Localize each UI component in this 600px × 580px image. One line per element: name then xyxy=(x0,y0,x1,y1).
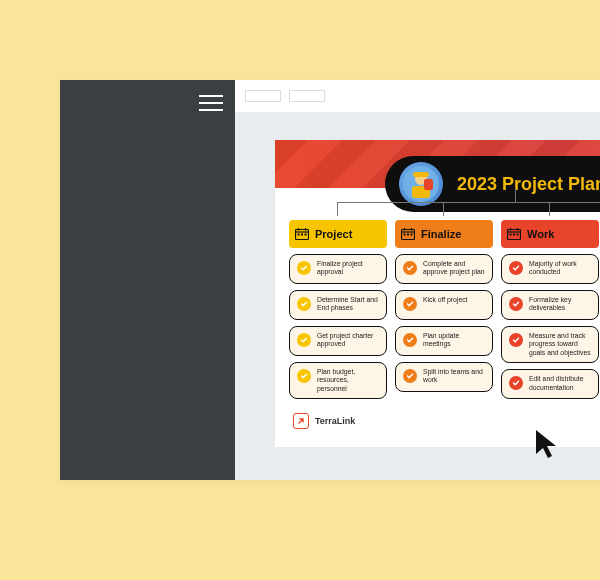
toolbar-control[interactable] xyxy=(289,90,325,102)
check-icon xyxy=(509,297,523,311)
check-icon xyxy=(297,261,311,275)
task-text: Finalize project approval xyxy=(317,260,379,277)
svg-rect-3 xyxy=(413,172,429,177)
columns: ProjectFinalize project approvalDetermin… xyxy=(275,220,600,399)
check-icon xyxy=(509,376,523,390)
task-card[interactable]: Majority of work conducted xyxy=(501,254,599,284)
task-card[interactable]: Plan update meetings xyxy=(395,326,493,356)
calendar-icon xyxy=(507,228,521,240)
canvas-document[interactable]: 2023 Project Planning ProjectFinalize pr… xyxy=(275,140,600,447)
task-text: Get project charter approved xyxy=(317,332,379,349)
check-icon xyxy=(403,369,417,383)
task-card[interactable]: Kick off project xyxy=(395,290,493,320)
check-icon xyxy=(403,333,417,347)
column-label: Work xyxy=(527,228,554,240)
canvas-area[interactable]: 2023 Project Planning ProjectFinalize pr… xyxy=(235,112,600,480)
task-text: Complete and approve project plan xyxy=(423,260,485,277)
svg-rect-25 xyxy=(517,234,519,236)
task-text: Plan update meetings xyxy=(423,332,485,349)
svg-rect-11 xyxy=(305,234,307,236)
brand-icon xyxy=(293,413,309,429)
task-text: Edit and distribute documentation xyxy=(529,375,591,392)
task-card[interactable]: Plan budget, resources, personnel xyxy=(289,362,387,399)
column-header[interactable]: Work xyxy=(501,220,599,248)
svg-rect-23 xyxy=(510,234,512,236)
task-card[interactable]: Complete and approve project plan xyxy=(395,254,493,284)
task-text: Kick off project xyxy=(423,296,467,304)
task-text: Determine Start and End phases xyxy=(317,296,379,313)
main-area: 2023 Project Planning ProjectFinalize pr… xyxy=(235,80,600,480)
check-icon xyxy=(509,261,523,275)
svg-rect-18 xyxy=(411,234,413,236)
calendar-icon xyxy=(401,228,415,240)
column-label: Finalize xyxy=(421,228,461,240)
column: WorkMajority of work conductedFormalize … xyxy=(501,220,599,399)
tree-connector xyxy=(275,188,600,220)
task-card[interactable]: Finalize project approval xyxy=(289,254,387,284)
svg-rect-10 xyxy=(301,234,303,236)
check-icon xyxy=(403,297,417,311)
column-label: Project xyxy=(315,228,352,240)
task-text: Plan budget, resources, personnel xyxy=(317,368,379,393)
check-icon xyxy=(403,261,417,275)
brand: TerraLink xyxy=(293,413,600,429)
sidebar xyxy=(60,80,235,480)
column: ProjectFinalize project approvalDetermin… xyxy=(289,220,387,399)
task-card[interactable]: Edit and distribute documentation xyxy=(501,369,599,399)
svg-rect-24 xyxy=(513,234,515,236)
task-card[interactable]: Split into teams and work xyxy=(395,362,493,392)
column: FinalizeComplete and approve project pla… xyxy=(395,220,493,399)
check-icon xyxy=(509,333,523,347)
task-card[interactable]: Get project charter approved xyxy=(289,326,387,356)
check-icon xyxy=(297,333,311,347)
task-text: Measure and track progress toward goals … xyxy=(529,332,591,357)
check-icon xyxy=(297,297,311,311)
task-text: Split into teams and work xyxy=(423,368,485,385)
task-card[interactable]: Measure and track progress toward goals … xyxy=(501,326,599,363)
svg-rect-17 xyxy=(407,234,409,236)
svg-rect-16 xyxy=(404,234,406,236)
column-header[interactable]: Finalize xyxy=(395,220,493,248)
task-text: Majority of work conducted xyxy=(529,260,591,277)
check-icon xyxy=(297,369,311,383)
toolbar-control[interactable] xyxy=(245,90,281,102)
task-card[interactable]: Determine Start and End phases xyxy=(289,290,387,320)
app-window: 2023 Project Planning ProjectFinalize pr… xyxy=(60,80,600,480)
column-header[interactable]: Project xyxy=(289,220,387,248)
menu-icon[interactable] xyxy=(199,90,223,116)
toolbar xyxy=(235,80,600,112)
svg-rect-9 xyxy=(298,234,300,236)
task-card[interactable]: Formalize key deliverables xyxy=(501,290,599,320)
calendar-icon xyxy=(295,228,309,240)
brand-name: TerraLink xyxy=(315,416,355,426)
task-text: Formalize key deliverables xyxy=(529,296,591,313)
